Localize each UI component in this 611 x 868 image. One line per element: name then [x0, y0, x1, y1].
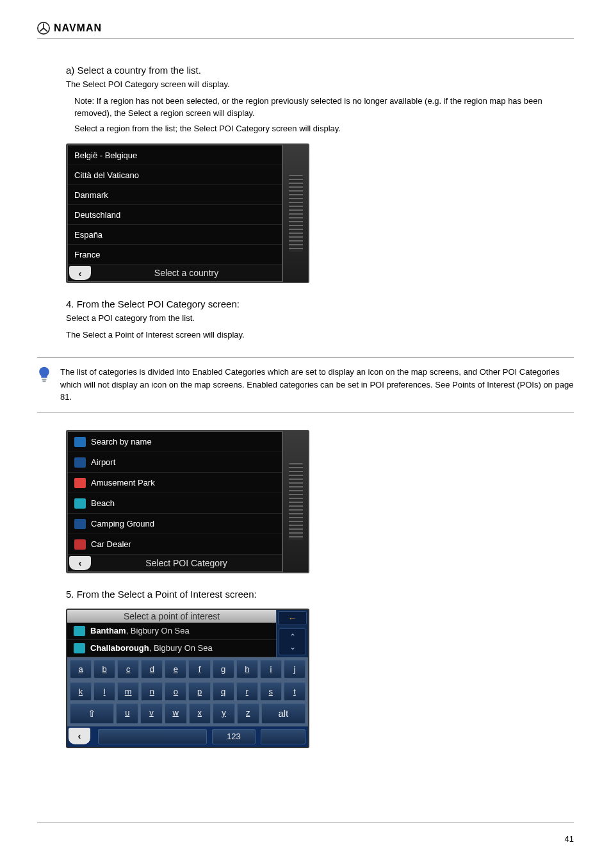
- list-item[interactable]: Amusement Park: [68, 473, 282, 493]
- step-a-text: The Select POI Category screen will disp…: [66, 78, 574, 91]
- note-line-2: Select a region from the list; the Selec…: [74, 122, 574, 135]
- keyboard-row-1: a b c d e f g h i j: [67, 657, 308, 680]
- camping-icon: [74, 519, 86, 529]
- screenshot-select-poi-category: Search by name Airport Amusement Park Be…: [66, 430, 309, 573]
- list-item[interactable]: Beach: [68, 493, 282, 514]
- divider: [37, 357, 574, 358]
- back-button[interactable]: ‹: [69, 556, 91, 570]
- key[interactable]: p: [188, 682, 210, 701]
- key[interactable]: t: [284, 682, 306, 701]
- footer-divider: [37, 823, 574, 823]
- back-button[interactable]: ‹: [69, 728, 90, 744]
- amusement-icon: [74, 478, 86, 488]
- list-item[interactable]: Search by name: [68, 432, 282, 452]
- brand-logo: NAVMAN: [37, 22, 102, 35]
- list-item[interactable]: Car Dealer: [68, 534, 282, 555]
- key[interactable]: j: [284, 660, 306, 678]
- scroll-thumb[interactable]: [289, 175, 303, 252]
- key[interactable]: o: [165, 682, 186, 701]
- key[interactable]: k: [70, 682, 92, 701]
- key[interactable]: q: [213, 682, 234, 701]
- list-item[interactable]: Danmark: [68, 185, 282, 205]
- svg-rect-1: [42, 379, 46, 380]
- space-key[interactable]: [98, 729, 207, 744]
- scrollbar[interactable]: [282, 431, 308, 572]
- list-item[interactable]: Airport: [68, 452, 282, 473]
- key[interactable]: c: [117, 660, 139, 678]
- list-item[interactable]: France: [68, 245, 282, 265]
- navman-logo-icon: [37, 22, 50, 35]
- key[interactable]: g: [213, 660, 234, 678]
- enter-key[interactable]: [261, 729, 306, 744]
- list-item[interactable]: Deutschland: [68, 205, 282, 225]
- list-item[interactable]: België - Belgique: [68, 145, 282, 165]
- key[interactable]: a: [70, 660, 92, 678]
- back-small[interactable]: ←: [278, 611, 307, 625]
- beach-icon: [74, 643, 85, 653]
- caret-up-icon: ⌃: [289, 632, 296, 641]
- key[interactable]: r: [236, 682, 258, 701]
- brand-text: NAVMAN: [54, 22, 102, 34]
- shift-key[interactable]: ⇧: [70, 703, 114, 724]
- back-button[interactable]: ‹: [69, 266, 91, 280]
- screenshot-keyboard-poi: Select a point of interest Bantham, Bigb…: [66, 609, 309, 748]
- key[interactable]: w: [165, 703, 187, 724]
- key[interactable]: x: [189, 703, 211, 724]
- keyboard-row-3: ⇧ u v w x y z alt: [67, 702, 308, 726]
- result-item[interactable]: Challaborough, Bigbury On Sea: [67, 640, 276, 657]
- page-number: 41: [565, 834, 574, 844]
- screenshot-select-country: België - Belgique Città del Vaticano Dan…: [66, 143, 309, 283]
- beach-icon: [74, 498, 86, 509]
- screen-title: Select a point of interest: [67, 610, 276, 623]
- key[interactable]: y: [213, 703, 235, 724]
- step-4-text: Select a POI category from the list.: [66, 312, 574, 325]
- cardealer-icon: [74, 539, 86, 550]
- tip-block: The list of categories is divided into E…: [37, 361, 574, 413]
- keyboard-row-2: k l m n o p q r s t: [67, 680, 308, 702]
- list-item[interactable]: España: [68, 225, 282, 245]
- note-block: Note: If a region has not been selected,…: [37, 95, 574, 135]
- scroll-thumb[interactable]: [289, 463, 303, 540]
- note-line-1: Note: If a region has not been selected,…: [74, 95, 574, 120]
- key[interactable]: f: [188, 660, 210, 678]
- screen-title: Select a country: [91, 268, 282, 278]
- page-header: NAVMAN: [37, 22, 574, 39]
- tip-text: The list of categories is divided into E…: [60, 366, 574, 404]
- scrollbar[interactable]: [282, 145, 308, 282]
- lightbulb-icon: [37, 366, 51, 384]
- step-4-heading: 4. From the Select POI Category screen:: [66, 299, 574, 309]
- airport-icon: [74, 457, 86, 468]
- key[interactable]: u: [116, 703, 138, 724]
- step-5-heading: 5. From the Select a Point of Interest s…: [66, 589, 574, 600]
- result-item[interactable]: Bantham, Bigbury On Sea: [67, 623, 276, 640]
- beach-icon: [74, 626, 85, 636]
- list-item[interactable]: Camping Ground: [68, 514, 282, 534]
- caret-down-icon: ⌄: [289, 643, 296, 651]
- numeric-key[interactable]: 123: [212, 729, 256, 744]
- step-4-result: The Select a Point of Interest screen wi…: [66, 329, 574, 341]
- key[interactable]: h: [236, 660, 258, 678]
- key[interactable]: e: [165, 660, 186, 678]
- svg-rect-2: [42, 381, 45, 382]
- key[interactable]: b: [94, 660, 115, 678]
- key[interactable]: s: [260, 682, 282, 701]
- step-a-heading: a) Select a country from the list.: [66, 65, 574, 76]
- key[interactable]: z: [237, 703, 259, 724]
- key[interactable]: i: [260, 660, 282, 678]
- list-item[interactable]: Città del Vaticano: [68, 165, 282, 185]
- key[interactable]: v: [140, 703, 163, 724]
- screen-title: Select POI Category: [91, 558, 282, 568]
- key[interactable]: l: [94, 682, 115, 701]
- key[interactable]: d: [141, 660, 163, 678]
- key[interactable]: m: [117, 682, 139, 701]
- search-icon: [74, 437, 86, 447]
- alt-key[interactable]: alt: [261, 703, 306, 724]
- key[interactable]: n: [141, 682, 163, 701]
- updown-toggle[interactable]: ⌃ ⌄: [279, 628, 306, 655]
